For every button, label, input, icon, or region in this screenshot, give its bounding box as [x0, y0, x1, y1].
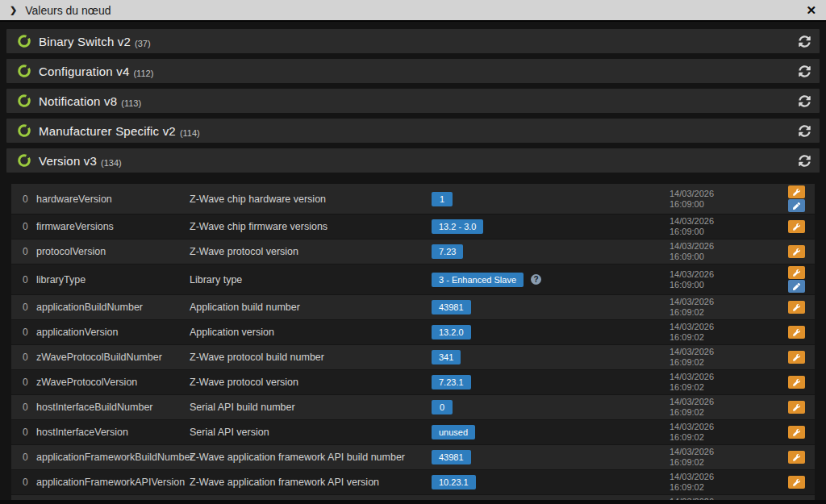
value-badge: 13.2.0 [432, 325, 471, 339]
timestamp-date: 14/03/2026 [670, 269, 788, 280]
table-row: 0 zWaveProtocolBuildNumber Z-Wave protoc… [11, 345, 815, 370]
param-timestamp: 14/03/2026 16:09:02 [670, 447, 788, 468]
command-class-section-header[interactable]: Notification v8 (113) [6, 89, 820, 113]
param-endpoint: 0 [23, 302, 36, 313]
value-badge: 7.23.1 [432, 375, 471, 389]
edit-button[interactable] [788, 199, 805, 212]
command-class-section-header[interactable]: Manufacturer Specific v2 (114) [6, 119, 820, 143]
timestamp-date: 14/03/2026 [670, 422, 788, 432]
param-endpoint: 0 [23, 274, 36, 285]
refresh-icon[interactable] [799, 65, 811, 77]
timestamp-date: 14/03/2026 [670, 347, 788, 357]
section-value-count: (37) [135, 39, 151, 48]
row-actions [788, 376, 805, 389]
wrench-icon [793, 404, 800, 411]
table-row: 0 applicationFrameworkBuildNumber Z-Wave… [11, 445, 815, 470]
pencil-icon [793, 202, 800, 210]
node-values-table: 0 hardwareVersion Z-Wave chip hardware v… [11, 184, 815, 504]
value-badge: 13.2 - 3.0 [432, 219, 483, 234]
timestamp-time: 16:09:00 [670, 199, 788, 210]
chevron-right-icon[interactable]: ❯ [10, 6, 17, 15]
row-actions [788, 185, 805, 212]
configure-button[interactable] [788, 351, 805, 364]
status-ring-icon [17, 123, 31, 138]
param-timestamp: 14/03/2026 16:09:02 [670, 297, 788, 318]
param-name: firmwareVersions [36, 221, 190, 232]
wrench-icon [793, 189, 800, 196]
param-endpoint: 0 [23, 427, 36, 438]
configure-button[interactable] [788, 245, 805, 258]
timestamp-time: 16:09:02 [670, 482, 788, 493]
param-timestamp: 14/03/2026 16:09:02 [670, 322, 788, 343]
status-ring-icon [17, 94, 31, 108]
row-actions [788, 451, 805, 464]
configure-button[interactable] [788, 476, 805, 489]
param-value-cell: 7.23 [432, 244, 670, 259]
value-badge: 43981 [432, 450, 471, 464]
configure-button[interactable] [788, 266, 805, 279]
timestamp-time: 16:09:02 [670, 332, 788, 343]
configure-button[interactable] [788, 376, 805, 389]
refresh-icon[interactable] [799, 155, 811, 167]
timestamp-time: 16:09:02 [670, 307, 788, 318]
param-description: Z-Wave protocol version [190, 246, 432, 257]
timestamp-time: 16:09:00 [670, 280, 788, 290]
table-row: 0 hostInterfaceBuildNumber Serial API bu… [11, 395, 815, 420]
param-value-cell: 43981 [432, 450, 670, 464]
param-endpoint: 0 [23, 221, 36, 232]
refresh-icon[interactable] [799, 35, 811, 48]
configure-button[interactable] [788, 301, 805, 314]
row-actions [788, 351, 805, 364]
param-value-cell: 1 [432, 192, 670, 206]
close-icon[interactable]: ✕ [806, 4, 816, 16]
table-row: 0 applicationVersion Application version… [11, 320, 815, 345]
table-row: 0 zWaveProtocolVersion Z-Wave protocol v… [11, 370, 815, 395]
param-timestamp: 14/03/2026 16:09:02 [670, 347, 788, 368]
table-row: 0 protocolVersion Z-Wave protocol versio… [11, 240, 815, 264]
timestamp-time: 16:09:02 [670, 407, 788, 418]
param-name: zWaveProtocolBuildNumber [36, 352, 190, 363]
configure-button[interactable] [788, 451, 805, 464]
timestamp-time: 16:09:02 [670, 382, 788, 393]
param-value-cell: unused [432, 425, 670, 439]
edit-button[interactable] [788, 280, 805, 293]
param-value-cell: 13.2.0 [432, 325, 670, 339]
param-name: libraryType [36, 274, 190, 285]
command-class-section-header[interactable]: Binary Switch v2 (37) [6, 29, 820, 53]
command-class-section-header[interactable]: Configuration v4 (112) [6, 59, 820, 83]
configure-button[interactable] [788, 326, 805, 339]
param-endpoint: 0 [23, 477, 36, 488]
param-name: hostInterfaceBuildNumber [36, 402, 190, 413]
param-value-cell: 0 [432, 400, 670, 414]
param-timestamp: 14/03/2026 16:09:02 [670, 472, 788, 493]
panel-body: Binary Switch v2 (37) Configuration v4 (… [0, 22, 826, 504]
configure-button[interactable] [788, 185, 805, 198]
wrench-icon [793, 454, 800, 461]
timestamp-time: 16:09:02 [670, 432, 788, 443]
command-class-section-header[interactable]: Version v3 (134) [6, 148, 820, 173]
param-description: Z-Wave protocol build number [190, 352, 432, 363]
param-endpoint: 0 [23, 402, 36, 413]
configure-button[interactable] [788, 426, 805, 439]
timestamp-date: 14/03/2026 [670, 241, 788, 252]
panel-header[interactable]: ❯ Valeurs du nœud ✕ [0, 0, 826, 22]
help-icon[interactable]: ? [531, 274, 541, 285]
timestamp-date: 14/03/2026 [670, 322, 788, 332]
row-actions [788, 220, 805, 233]
param-description: Z-Wave protocol version [190, 377, 432, 388]
wrench-icon [793, 304, 800, 311]
wrench-icon [793, 429, 800, 436]
configure-button[interactable] [788, 401, 805, 414]
refresh-icon[interactable] [799, 95, 811, 107]
param-name: zWaveProtocolVersion [36, 377, 190, 388]
param-timestamp: 14/03/2026 16:09:02 [670, 397, 788, 418]
refresh-icon[interactable] [799, 125, 811, 137]
pencil-icon [793, 283, 800, 290]
param-name: applicationVersion [36, 327, 190, 338]
param-value-cell: 7.23.1 [432, 375, 670, 389]
param-endpoint: 0 [23, 194, 36, 205]
configure-button[interactable] [788, 220, 805, 233]
param-value-cell: 13.2 - 3.0 [432, 219, 670, 234]
value-badge: 43981 [432, 300, 471, 314]
section-title: Binary Switch v2 [39, 35, 131, 48]
